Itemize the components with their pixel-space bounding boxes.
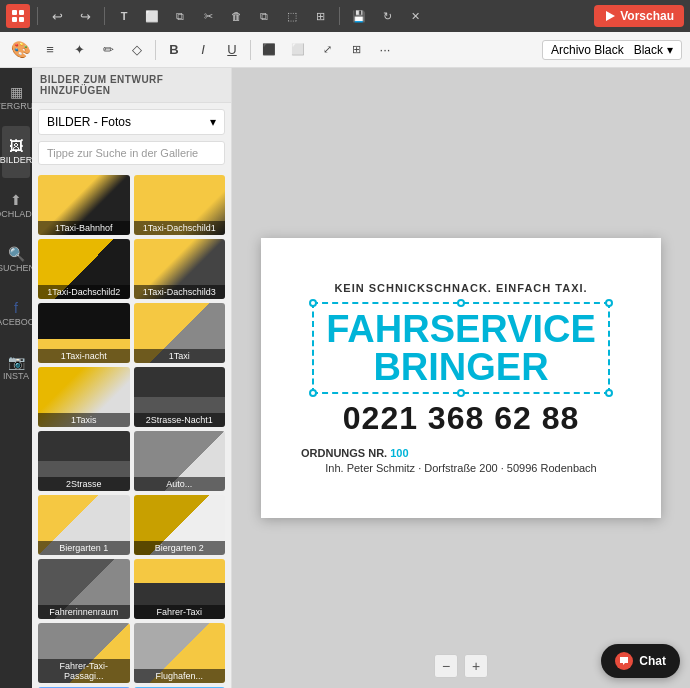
resize-icon[interactable]: ⤢: [314, 37, 340, 63]
close-icon[interactable]: ✕: [403, 4, 427, 28]
left-panel: BILDER ZUM ENTWURF HINZUFÜGEN BILDER - F…: [32, 68, 232, 688]
panel-header: BILDER ZUM ENTWURF HINZUFÜGEN: [32, 68, 231, 103]
layers-icon[interactable]: ⬚: [280, 4, 304, 28]
copy-icon[interactable]: ⧉: [168, 4, 192, 28]
sidebar-item-bilder[interactable]: 🖼 BILDER: [2, 126, 30, 178]
dropdown-arrow: ▾: [210, 115, 216, 129]
image-label: 1Taxi: [134, 349, 226, 363]
image-label: 1Taxi-Dachschild2: [38, 285, 130, 299]
save-icon[interactable]: 💾: [347, 4, 371, 28]
image-cell-img5[interactable]: 1Taxi-nacht: [38, 303, 130, 363]
duplicate-icon[interactable]: ⧉: [252, 4, 276, 28]
sidebar-item-instagram[interactable]: 📷 INSTA: [2, 342, 30, 394]
refresh-icon[interactable]: ↻: [375, 4, 399, 28]
arrange-icon[interactable]: ⊞: [308, 4, 332, 28]
frame-icon[interactable]: ⬜: [140, 4, 164, 28]
format-toolbar: 🎨 ≡ ✦ ✏ ◇ B I U ⬛ ⬜ ⤢ ⊞ ··· Archivo Blac…: [0, 32, 690, 68]
image-cell-img10[interactable]: Auto...: [134, 431, 226, 491]
svg-rect-2: [12, 17, 17, 22]
image-cell-img16[interactable]: Flughafen...: [134, 623, 226, 683]
zoom-in-button[interactable]: +: [464, 654, 488, 678]
sidebar-icons: ▦ HINTERGRUNDE 🖼 BILDER ⬆ HOCHLADEN 🔍 SU…: [0, 68, 32, 688]
image-label: Biergarten 1: [38, 541, 130, 555]
italic-button[interactable]: I: [190, 37, 216, 63]
image-label: Flughafen...: [134, 669, 226, 683]
handle-tl: [309, 299, 317, 307]
chat-icon: [615, 652, 633, 670]
image-label: 1Taxi-nacht: [38, 349, 130, 363]
image-cell-img15[interactable]: Fahrer-Taxi-Passagi...: [38, 623, 130, 683]
chevron-down-icon: ▾: [667, 43, 673, 57]
image-label: 2Strasse-Nacht1: [134, 413, 226, 427]
image-cell-img8[interactable]: 2Strasse-Nacht1: [134, 367, 226, 427]
svg-rect-3: [19, 17, 24, 22]
main-area: ▦ HINTERGRUNDE 🖼 BILDER ⬆ HOCHLADEN 🔍 SU…: [0, 68, 690, 688]
image-cell-img11[interactable]: Biergarten 1: [38, 495, 130, 555]
cut-icon[interactable]: ✂: [196, 4, 220, 28]
redo-icon[interactable]: ↪: [73, 4, 97, 28]
image-label: Biergarten 2: [134, 541, 226, 555]
image-grid: 1Taxi-Bahnhof1Taxi-Dachschild11Taxi-Dach…: [32, 171, 231, 688]
bold-button[interactable]: B: [161, 37, 187, 63]
image-label: Fahrer-Taxi-Passagi...: [38, 659, 130, 683]
delete-icon[interactable]: 🗑: [224, 4, 248, 28]
effects-icon[interactable]: ✦: [66, 37, 92, 63]
category-dropdown[interactable]: BILDER - Fotos ▾: [38, 109, 225, 135]
image-label: 1Taxi-Bahnhof: [38, 221, 130, 235]
preview-button[interactable]: Vorschau: [594, 5, 684, 27]
canvas-address: Inh. Peter Schmitz · Dorfstraße 200 · 50…: [325, 462, 596, 474]
zoom-toolbar: − +: [434, 654, 488, 678]
image-label: Fahrer-Taxi: [134, 605, 226, 619]
color-icon[interactable]: 🎨: [8, 37, 34, 63]
image-cell-img9[interactable]: 2Strasse: [38, 431, 130, 491]
chat-button[interactable]: Chat: [601, 644, 680, 678]
svg-rect-0: [12, 10, 17, 15]
zoom-out-button[interactable]: −: [434, 654, 458, 678]
image-cell-img7[interactable]: 1Taxis: [38, 367, 130, 427]
font-selector[interactable]: Archivo Black Black ▾: [542, 40, 682, 60]
sidebar-item-facebook[interactable]: f FACEBOOK: [2, 288, 30, 340]
text-align-right[interactable]: ⬜: [285, 37, 311, 63]
handle-tc: [457, 299, 465, 307]
image-label: 1Taxi-Dachschild3: [134, 285, 226, 299]
image-cell-img6[interactable]: 1Taxi: [134, 303, 226, 363]
image-label: 1Taxi-Dachschild1: [134, 221, 226, 235]
canvas-ordnung: ORDNUNGS NR. 100: [281, 447, 641, 459]
image-cell-img1[interactable]: 1Taxi-Bahnhof: [38, 175, 130, 235]
image-label: 1Taxis: [38, 413, 130, 427]
top-toolbar: ↩ ↪ T ⬜ ⧉ ✂ 🗑 ⧉ ⬚ ⊞ 💾 ↻ ✕ Vorschau: [0, 0, 690, 32]
design-canvas[interactable]: KEIN SCHNICKSCHNACK. EINFACH TAXI. FAHRS…: [261, 238, 661, 518]
image-cell-img3[interactable]: 1Taxi-Dachschild2: [38, 239, 130, 299]
svg-rect-1: [19, 10, 24, 15]
handle-br: [605, 389, 613, 397]
undo-icon[interactable]: ↩: [45, 4, 69, 28]
grid-icon[interactable]: [6, 4, 30, 28]
align-left-icon[interactable]: ≡: [37, 37, 63, 63]
sidebar-item-suchen[interactable]: 🔍 SUCHEN: [2, 234, 30, 286]
canvas-subtitle: KEIN SCHNICKSCHNACK. EINFACH TAXI.: [334, 282, 587, 294]
image-label: 2Strasse: [38, 477, 130, 491]
canvas-title-line1: FAHRSERVICE: [326, 310, 596, 348]
image-cell-img14[interactable]: Fahrer-Taxi: [134, 559, 226, 619]
handle-tr: [605, 299, 613, 307]
image-cell-img12[interactable]: Biergarten 2: [134, 495, 226, 555]
svg-marker-4: [606, 11, 615, 21]
more-icon[interactable]: ···: [372, 37, 398, 63]
sidebar-item-hintergrund[interactable]: ▦ HINTERGRUNDE: [2, 72, 30, 124]
crop-icon[interactable]: ⊞: [343, 37, 369, 63]
image-cell-img4[interactable]: 1Taxi-Dachschild3: [134, 239, 226, 299]
search-input[interactable]: Tippe zur Suche in der Gallerie: [38, 141, 225, 165]
text-align-left[interactable]: ⬛: [256, 37, 282, 63]
image-label: Auto...: [134, 477, 226, 491]
handle-bl: [309, 389, 317, 397]
brush-icon[interactable]: ✏: [95, 37, 121, 63]
handle-bc: [457, 389, 465, 397]
text-icon[interactable]: T: [112, 4, 136, 28]
underline-button[interactable]: U: [219, 37, 245, 63]
title-box[interactable]: FAHRSERVICE BRINGER: [312, 302, 610, 394]
image-cell-img13[interactable]: Fahrerinnenraum: [38, 559, 130, 619]
eraser-icon[interactable]: ◇: [124, 37, 150, 63]
image-cell-img2[interactable]: 1Taxi-Dachschild1: [134, 175, 226, 235]
sidebar-item-hochladen[interactable]: ⬆ HOCHLADEN: [2, 180, 30, 232]
canvas-title-line2: BRINGER: [326, 348, 596, 386]
